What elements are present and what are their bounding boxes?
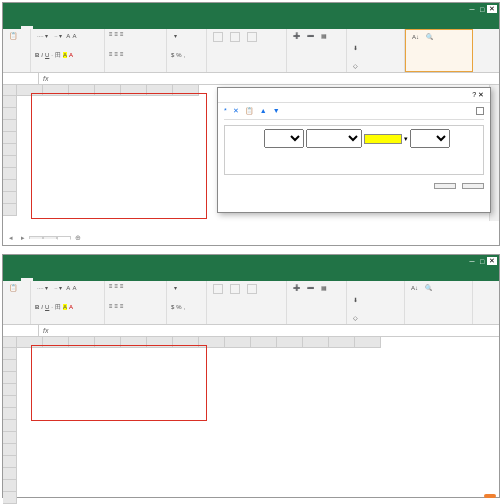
comma-icon[interactable]: , <box>184 52 186 58</box>
sort-color-swatch[interactable] <box>364 134 402 144</box>
add-sheet-btn[interactable]: ⊕ <box>71 234 85 242</box>
excel-window-top: ─ □ ✕ 📋 ···· ▾·· ▾AA B I U · 田 A A ≡≡≡ ≡… <box>2 2 500 246</box>
row-headers <box>3 85 17 219</box>
menubar-b <box>3 267 499 281</box>
del-cond-btn[interactable]: ✕ <box>233 107 239 116</box>
bold-btn[interactable]: B <box>35 52 39 58</box>
sum-btn[interactable] <box>351 31 400 33</box>
clear-icon: ◇ <box>353 62 358 69</box>
fill-icon: ⬇ <box>353 44 358 51</box>
min-btn-b[interactable]: ─ <box>467 257 477 265</box>
condfmt-icon <box>213 32 223 42</box>
watermark <box>484 494 496 498</box>
find-icon: 🔍 <box>426 33 433 40</box>
fx-icon-b[interactable]: fx <box>39 327 52 334</box>
hdr-checkbox[interactable] <box>476 107 484 115</box>
cancel-button[interactable] <box>462 183 484 189</box>
sort-icon: A↓ <box>412 34 419 40</box>
fill-color-icon[interactable]: A <box>63 52 67 58</box>
name-box-b[interactable] <box>3 325 39 336</box>
sort-row: ▾ <box>228 129 480 148</box>
paste-btn-b[interactable]: 📋 <box>7 283 26 293</box>
findsel-btn[interactable]: 🔍 <box>424 32 436 41</box>
tab-sheet1[interactable] <box>29 236 43 239</box>
sort-col-select[interactable] <box>264 129 304 148</box>
align-right-icon[interactable]: ≡ <box>120 51 124 57</box>
tab-sheet2[interactable] <box>43 236 57 239</box>
cellstyle-icon <box>247 32 257 42</box>
condfmt-btn[interactable] <box>211 31 226 43</box>
font-size[interactable]: ·· ▾ <box>52 31 64 40</box>
fill-btn[interactable]: ⬇ <box>351 43 400 52</box>
max-btn-b[interactable]: □ <box>477 257 487 265</box>
underline-btn[interactable]: U <box>45 52 49 58</box>
insert-icon: ➕ <box>293 32 300 39</box>
font-family[interactable]: ···· ▾ <box>35 31 50 40</box>
dialog-titlebar: ? ✕ <box>218 88 490 103</box>
italic-btn[interactable]: I <box>41 52 43 58</box>
align-left-icon[interactable]: ≡ <box>109 51 113 57</box>
sort-conditions: ▾ <box>224 125 484 175</box>
align-top-icon[interactable]: ≡ <box>109 31 113 37</box>
close-btn-b[interactable]: ✕ <box>487 257 497 265</box>
clipboard-icon: 📋 <box>9 32 18 40</box>
row-headers-b <box>3 337 17 493</box>
tblfmt-btn[interactable] <box>228 31 243 43</box>
inc-font-icon[interactable]: A <box>66 33 70 39</box>
ins-btn[interactable]: ➕ <box>291 31 303 40</box>
paste-btn[interactable]: 📋 <box>7 31 26 41</box>
clipboard-icon-b: 📋 <box>9 284 18 292</box>
add-cond-btn[interactable]: * <box>224 107 227 116</box>
min-btn[interactable]: ─ <box>467 5 477 13</box>
move-down-icon[interactable]: ▼ <box>273 107 280 116</box>
sheet-nav-prev[interactable]: ◂ <box>5 234 17 242</box>
font-color-icon[interactable]: A <box>69 52 73 58</box>
align-mid-icon[interactable]: ≡ <box>115 31 119 37</box>
cellstyle-btn[interactable] <box>245 31 260 43</box>
sort-by-select[interactable] <box>306 129 362 148</box>
titlebar-b: ─ □ ✕ <box>3 255 499 267</box>
sortfilter-btn[interactable]: A↓ <box>410 33 422 41</box>
clear-btn[interactable]: ◇ <box>351 61 400 70</box>
close-btn[interactable]: ✕ <box>487 5 497 13</box>
currency-icon[interactable]: $ <box>171 52 174 58</box>
ribbon: 📋 ···· ▾·· ▾AA B I U · 田 A A ≡≡≡ ≡≡≡ ▾ $… <box>3 29 499 73</box>
del-btn[interactable]: ➖ <box>305 31 317 40</box>
formula-bar-b: fx <box>3 325 499 337</box>
menubar <box>3 15 499 29</box>
max-btn[interactable]: □ <box>477 5 487 13</box>
dialog-close-icon[interactable]: ? ✕ <box>472 91 484 99</box>
dec-font-icon[interactable]: A <box>72 33 76 39</box>
ribbon-b: 📋 ···· ▾·· ▾AA B I U · 田 A A ≡≡≡ ≡≡≡ ▾ $… <box>3 281 499 325</box>
format-icon: ▦ <box>321 32 327 39</box>
border-icon[interactable]: 田 <box>55 51 61 60</box>
delete-icon: ➖ <box>307 32 314 39</box>
align-bot-icon[interactable]: ≡ <box>120 31 124 37</box>
grid-bottom[interactable] <box>3 337 499 493</box>
sort-dialog: ? ✕ * ✕ 📋 ▲▼ ▾ <box>217 87 491 213</box>
percent-icon[interactable]: % <box>176 52 181 58</box>
color-dd-icon[interactable]: ▾ <box>404 135 408 143</box>
fmt-btn[interactable]: ▦ <box>319 31 330 40</box>
copy-cond-btn[interactable]: 📋 <box>245 107 254 116</box>
sort-order-select[interactable] <box>410 129 450 148</box>
fx-icon[interactable]: fx <box>39 75 52 82</box>
numfmt-dd[interactable]: ▾ <box>171 31 202 40</box>
formula-bar: fx <box>3 73 499 85</box>
move-up-icon[interactable]: ▲ <box>260 107 267 116</box>
sheet-tabs: ◂▸ ⊕ <box>5 231 85 244</box>
sheet-nav-next[interactable]: ▸ <box>17 234 29 242</box>
col-headers-b <box>17 337 499 348</box>
name-box[interactable] <box>3 73 39 84</box>
tblfmt-icon <box>230 32 240 42</box>
align-ctr-icon[interactable]: ≡ <box>115 51 119 57</box>
titlebar: ─ □ ✕ <box>3 3 499 15</box>
excel-window-bottom: ─ □ ✕ 📋 ···· ▾·· ▾AA B I U · 田 A A ≡≡≡ ≡… <box>2 254 500 498</box>
tab-sheet3[interactable] <box>57 236 71 240</box>
ok-button[interactable] <box>434 183 456 189</box>
